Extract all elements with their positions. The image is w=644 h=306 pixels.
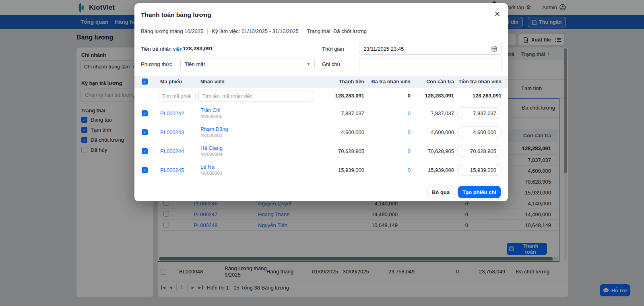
info-status: Trạng thái: Đã chốt lương: [307, 28, 367, 34]
employee-name-link[interactable]: Phạm Dũng: [200, 126, 228, 132]
chevron-down-icon: ▼: [307, 62, 310, 66]
select-all-checkbox[interactable]: [142, 79, 148, 85]
modal-row-PL000245[interactable]: PL000245 Lê Na NV000003 15,939,000 0 15,…: [134, 161, 508, 180]
search-code-input[interactable]: [158, 91, 196, 101]
row-paid-link[interactable]: 0: [408, 129, 411, 135]
info-work-period: Kỳ làm việc: 01/10/2025 - 31/10/2025: [212, 28, 298, 34]
column-header-da-tra[interactable]: Đã trả nhân viên: [372, 79, 411, 85]
skip-button[interactable]: Bỏ qua: [427, 186, 454, 198]
column-header-ma-phieu[interactable]: Mã phiếu: [160, 79, 182, 85]
row-remain: 4,600,000: [431, 129, 454, 135]
modal-footer-divider: [134, 183, 508, 183]
row-paid-link[interactable]: 0: [408, 148, 411, 154]
time-label: Thời gian: [322, 46, 344, 52]
voucher-code-link[interactable]: PL000243: [160, 129, 184, 135]
column-header-tien-tra[interactable]: Tiền trả nhân viên: [458, 79, 502, 85]
employee-code: NV000003: [200, 171, 222, 176]
search-employee-input[interactable]: [198, 91, 314, 101]
time-input[interactable]: 23/11/2025 23:45: [359, 43, 502, 55]
close-icon[interactable]: ✕: [494, 10, 500, 19]
modal-title: Thanh toán bảng lương: [141, 11, 211, 19]
employee-name-link[interactable]: Lê Na: [200, 164, 222, 170]
payment-modal: Thanh toán bảng lương ✕ Bảng lương tháng…: [134, 3, 508, 201]
modal-row-PL000244[interactable]: PL000244 Hà Giang NV000004 70,628,905 0 …: [134, 142, 508, 161]
voucher-code-link[interactable]: PL000242: [160, 110, 184, 116]
row-amount: 7,837,037: [341, 110, 364, 116]
info-period: Bảng lương tháng 10/2025: [141, 28, 203, 34]
voucher-code-link[interactable]: PL000245: [160, 167, 184, 173]
row-checkbox[interactable]: [142, 148, 148, 154]
calendar-icon[interactable]: [491, 46, 497, 52]
total-pay: 128,283,091: [473, 93, 502, 99]
method-label: Phương thức: [141, 61, 172, 67]
pay-amount-input[interactable]: [457, 145, 502, 157]
employee-name-link[interactable]: Trần Chi: [200, 107, 222, 113]
divider: [303, 29, 303, 34]
row-remain: 70,628,905: [428, 148, 454, 154]
total-amount: 128,283,091: [335, 93, 364, 99]
total-pay-label: Tiền trả nhân viên: [141, 46, 183, 52]
total-remain: 128,283,091: [425, 93, 454, 99]
employee-code: NV000005: [200, 114, 222, 119]
row-remain: 7,837,037: [431, 110, 454, 116]
create-payment-voucher-button[interactable]: Tạo phiếu chi: [458, 186, 501, 198]
method-value: Tiền mặt: [185, 61, 205, 67]
column-header-con-can-tra[interactable]: Còn cần trả: [426, 79, 454, 85]
column-header-thanh-tien[interactable]: Thành tiền: [339, 79, 364, 85]
payroll-info-line: Bảng lương tháng 10/2025 Kỳ làm việc: 01…: [141, 28, 367, 34]
pay-amount-input[interactable]: [457, 164, 502, 176]
voucher-code-link[interactable]: PL000244: [160, 148, 184, 154]
pay-amount-input[interactable]: [457, 126, 502, 138]
modal-filter-row: 128,283,091 0 128,283,091 128,283,091: [134, 88, 508, 104]
note-label: Ghi chú: [322, 61, 340, 67]
total-paid: 0: [408, 93, 411, 99]
employee-code: NV000002: [200, 133, 228, 138]
employee-code: NV000004: [200, 152, 223, 157]
modal-row-PL000242[interactable]: PL000242 Trần Chi NV000005 7,837,037 0 7…: [134, 104, 508, 123]
pay-amount-input[interactable]: [457, 107, 502, 119]
time-value: 23/11/2025 23:45: [363, 46, 404, 52]
column-header-nhan-vien[interactable]: Nhân viên: [200, 79, 225, 85]
method-select[interactable]: Tiền mặt ▼: [180, 58, 315, 70]
row-checkbox[interactable]: [142, 129, 148, 135]
divider: [207, 29, 208, 34]
total-pay-value: 128,283,091: [183, 45, 213, 52]
modal-row-PL000243[interactable]: PL000243 Phạm Dũng NV000002 4,600,000 0 …: [134, 123, 508, 142]
row-checkbox[interactable]: [142, 110, 148, 116]
row-checkbox[interactable]: [142, 167, 148, 173]
modal-table-header: Mã phiếu Nhân viên Thành tiền Đã trả nhâ…: [134, 76, 508, 88]
note-input[interactable]: [359, 58, 502, 70]
row-paid-link[interactable]: 0: [408, 167, 411, 173]
row-paid-link[interactable]: 0: [408, 110, 411, 116]
row-amount: 15,939,000: [338, 167, 364, 173]
employee-name-link[interactable]: Hà Giang: [200, 145, 223, 151]
row-amount: 4,600,000: [341, 129, 364, 135]
row-amount: 70,628,905: [338, 148, 364, 154]
row-remain: 15,939,000: [428, 167, 454, 173]
